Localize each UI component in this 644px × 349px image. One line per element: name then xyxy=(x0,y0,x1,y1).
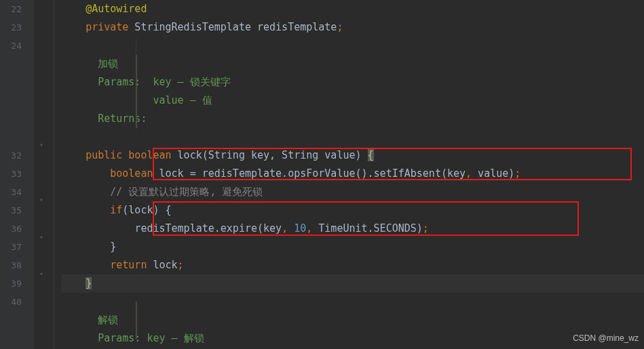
punct: , xyxy=(306,222,318,234)
code-line[interactable]: // 设置默认过期策略, 避免死锁 xyxy=(61,183,644,201)
code-text: TimeUnit.SECONDS) xyxy=(318,222,423,234)
code-line[interactable]: } xyxy=(61,274,644,293)
line-number: 35 xyxy=(0,201,22,220)
doc-title: 加锁 xyxy=(98,58,118,70)
fold-toggle-icon[interactable]: ▾ xyxy=(39,190,48,199)
keyword: private xyxy=(86,21,128,33)
code-line[interactable] xyxy=(61,128,644,146)
keyword: boolean xyxy=(110,167,153,180)
doc-line: Params: key – 锁关键字 xyxy=(61,73,644,91)
brace: } xyxy=(110,241,116,253)
line-number: 39 xyxy=(0,274,22,293)
line-number: 23 xyxy=(0,18,22,37)
doc-line: 解锁 xyxy=(61,311,644,329)
line-number: 24 xyxy=(0,37,22,55)
fold-end-icon[interactable]: ▴ xyxy=(39,264,48,272)
code-line[interactable]: } xyxy=(61,238,644,256)
code-line[interactable]: boolean lock = redisTemplate.opsForValue… xyxy=(61,165,644,183)
doc-params-label: Params: xyxy=(98,332,140,344)
fold-end-icon[interactable]: ▴ xyxy=(39,227,48,235)
line-number: 37 xyxy=(0,238,22,256)
punct: ; xyxy=(514,167,520,180)
line-number xyxy=(0,311,22,329)
code-editor[interactable]: 22 23 24 32 33 34 35 36 37 38 39 40 ▾ ▾ … xyxy=(0,0,644,349)
doc-param-desc: 解锁 xyxy=(184,332,204,344)
line-number xyxy=(0,110,22,128)
line-number: 22 xyxy=(0,0,22,18)
keyword: if xyxy=(110,204,122,216)
code-line[interactable] xyxy=(61,37,644,55)
line-number xyxy=(0,91,22,110)
code-text: (lock) { xyxy=(122,204,171,216)
code-line[interactable]: public boolean lock(String key, String v… xyxy=(61,146,644,165)
doc-title: 解锁 xyxy=(98,314,118,326)
cursor: } xyxy=(86,277,92,289)
code-line[interactable]: redisTemplate.expire(key, 10, TimeUnit.S… xyxy=(61,220,644,238)
doc-param-desc: 锁关键字 xyxy=(190,76,231,88)
code-text: (String key, String value) xyxy=(202,149,368,161)
doc-dash: – xyxy=(184,94,202,106)
watermark: CSDN @mine_wz xyxy=(573,329,639,348)
fold-toggle-icon[interactable]: ▾ xyxy=(39,136,48,144)
line-number: 36 xyxy=(0,220,22,238)
doc-indent-guide xyxy=(136,55,137,128)
code-line[interactable]: return lock; xyxy=(61,256,644,274)
annotation: @Autowired xyxy=(86,3,147,15)
line-number: 38 xyxy=(0,256,22,274)
doc-indent-guide xyxy=(136,302,137,339)
code-line[interactable]: if(lock) { xyxy=(61,201,644,220)
doc-line: 加锁 xyxy=(61,55,644,73)
doc-param-name: key xyxy=(153,76,171,88)
doc-dash: – xyxy=(166,332,184,344)
doc-line: Returns: xyxy=(61,110,644,128)
doc-returns-label: Returns: xyxy=(98,112,147,125)
code-text: value) xyxy=(478,167,514,180)
code-line[interactable]: @Autowired xyxy=(61,0,644,18)
line-number xyxy=(0,73,22,91)
line-number: 32 xyxy=(0,146,22,165)
code-line[interactable] xyxy=(61,293,644,311)
punct: , xyxy=(466,167,478,180)
fold-gutter: ▾ ▾ ▴ ▴ xyxy=(34,0,54,349)
keyword: public xyxy=(86,149,122,161)
line-number: 34 xyxy=(0,183,22,201)
method-name: lock xyxy=(178,149,202,161)
doc-line: Params: key – 解锁 xyxy=(61,329,644,348)
doc-param-name: key xyxy=(147,332,165,344)
cursor: { xyxy=(368,149,374,161)
line-number-gutter: 22 23 24 32 33 34 35 36 37 38 39 40 xyxy=(0,0,34,349)
punct: ; xyxy=(337,21,343,33)
punct: ; xyxy=(178,259,184,271)
code-text: redisTemplate.expire(key xyxy=(134,222,282,234)
line-number xyxy=(0,55,22,73)
code-text: lock = redisTemplate.opsForValue().setIf… xyxy=(153,167,466,180)
code-text: lock xyxy=(147,259,177,271)
keyword: return xyxy=(110,259,147,271)
doc-line: value – 值 xyxy=(61,91,644,110)
line-number: 33 xyxy=(0,165,22,183)
code-text: StringRedisTemplate redisTemplate xyxy=(128,21,337,33)
doc-params-label: Params: xyxy=(98,76,140,88)
code-line[interactable]: private StringRedisTemplate redisTemplat… xyxy=(61,18,644,37)
line-number: 40 xyxy=(0,293,22,311)
doc-param-name: value xyxy=(153,94,183,106)
keyword: boolean xyxy=(122,149,177,161)
comment: // 设置默认过期策略, 避免死锁 xyxy=(110,186,263,198)
line-number xyxy=(0,329,22,348)
code-area[interactable]: @Autowired private StringRedisTemplate r… xyxy=(54,0,644,349)
punct: ; xyxy=(423,222,429,234)
doc-dash: – xyxy=(172,76,190,88)
doc-param-desc: 值 xyxy=(202,94,212,106)
punct: , xyxy=(282,222,294,234)
number-literal: 10 xyxy=(294,222,306,234)
line-number xyxy=(0,128,22,146)
